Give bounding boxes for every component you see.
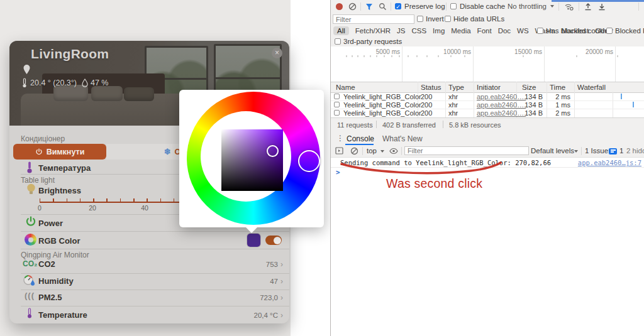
waterfall-bar: [633, 102, 634, 107]
power-row[interactable]: Power: [38, 219, 63, 228]
col-initiator[interactable]: Initiator: [477, 84, 501, 91]
temperature-row[interactable]: Temperature: [38, 310, 87, 320]
request-type: xhr: [448, 93, 458, 100]
bulb-icon: [26, 183, 36, 197]
third-party-label[interactable]: 3rd-party requests: [343, 38, 402, 45]
chevron-down-icon[interactable]: [550, 5, 554, 8]
chip-css[interactable]: CSS: [411, 27, 426, 35]
request-row[interactable]: Yeelink_light_RGB_Color 200 xhr app.eab2…: [331, 109, 644, 117]
request-time: 1 ms: [544, 101, 570, 109]
throttling-select[interactable]: No throttling: [508, 3, 547, 10]
request-size: 134 B: [516, 101, 543, 109]
network-toolbar: Preserve log Disable cache No throttling: [331, 0, 644, 14]
record-button[interactable]: [336, 3, 343, 10]
console-message: Sending command to Yeelink_light_RGB_Col…: [340, 159, 551, 166]
console-filter-input[interactable]: [404, 146, 529, 155]
hide-data-urls-label[interactable]: Hide data URLs: [453, 15, 504, 23]
chip-js[interactable]: JS: [397, 27, 405, 35]
tab-whats-new[interactable]: What's New: [382, 134, 423, 143]
clear-console-icon[interactable]: [350, 147, 358, 155]
requests-count: 11 requests: [337, 121, 373, 129]
rgb-toggle[interactable]: [265, 236, 282, 245]
chip-all[interactable]: All: [333, 26, 349, 35]
row-checkbox[interactable]: [334, 110, 340, 116]
preserve-log-label[interactable]: Preserve log: [404, 3, 445, 10]
waterfall-bar: [621, 94, 622, 99]
chip-fetch-xhr[interactable]: Fetch/XHR: [355, 27, 391, 35]
console-prompt[interactable]: >: [336, 168, 340, 176]
screenshot-root: LivingRoom 20.4 ° (20.3°) 47 % Кондиціон…: [0, 0, 644, 336]
request-row[interactable]: Yeelink_light_RGB_Color 200 xhr app.eab2…: [331, 92, 644, 101]
console-source-link[interactable]: app.eab2460…js:7: [578, 159, 641, 166]
devtools-panel: Preserve log Disable cache No throttling…: [330, 0, 644, 336]
eye-icon[interactable]: [389, 148, 398, 154]
preserve-log-checkbox[interactable]: [395, 3, 401, 9]
disable-cache-label[interactable]: Disable cache: [460, 3, 505, 10]
issues-chat-icon[interactable]: [609, 148, 617, 154]
row-checkbox[interactable]: [334, 94, 340, 99]
filter-funnel-icon[interactable]: [365, 3, 373, 11]
power-icon: [35, 148, 43, 156]
invert-label[interactable]: Invert: [426, 15, 444, 23]
network-conditions-icon[interactable]: [564, 3, 574, 11]
export-har-icon[interactable]: [598, 3, 606, 11]
console-sidebar-icon[interactable]: [335, 147, 343, 154]
clear-icon[interactable]: [348, 3, 357, 11]
network-overview-timeline[interactable]: 5000 ms 10000 ms 15000 ms 20000 ms: [331, 46, 644, 82]
request-name: Yeelink_light_RGB_Color: [343, 93, 421, 100]
network-filter-row: Invert Hide data URLs: [331, 13, 644, 25]
hue-cursor[interactable]: [298, 150, 320, 172]
col-time[interactable]: Time: [550, 84, 565, 91]
chevron-down-icon[interactable]: [380, 150, 384, 153]
humidity-row[interactable]: Humidity: [38, 276, 74, 286]
temperature-value: 20,4 °C: [254, 311, 283, 320]
rgb-color-swatch[interactable]: [247, 234, 260, 247]
col-type[interactable]: Type: [448, 84, 464, 91]
co2-icon: [23, 259, 37, 268]
pm25-row[interactable]: PM2.5: [38, 293, 62, 302]
row-checkbox[interactable]: [334, 102, 340, 107]
room-stats: 20.4 ° (20.3°) 47 %: [21, 78, 108, 88]
network-filter-input[interactable]: [333, 14, 414, 24]
search-icon[interactable]: [379, 3, 387, 11]
kebab-menu-icon[interactable]: [336, 134, 344, 143]
humidity-value: 47: [270, 277, 283, 286]
brightness-row: Brightness: [38, 186, 81, 195]
invert-checkbox[interactable]: [417, 16, 423, 22]
sv-cursor[interactable]: [267, 145, 279, 157]
col-waterfall[interactable]: Waterfall: [577, 84, 606, 91]
hide-data-urls-checkbox[interactable]: [445, 16, 451, 22]
request-row[interactable]: Yeelink_light_RGB_Color 200 xhr app.eab2…: [331, 100, 644, 109]
pm25-value: 723,0: [260, 293, 283, 302]
ac-off-button[interactable]: Вимкнути: [13, 144, 106, 160]
blocked-requests-checkbox[interactable]: [606, 28, 613, 34]
blocked-requests-label[interactable]: Blocked Reque: [615, 27, 644, 35]
close-icon[interactable]: [272, 48, 282, 58]
col-name[interactable]: Name: [336, 84, 355, 91]
col-status[interactable]: Status: [421, 84, 441, 91]
import-har-icon[interactable]: [584, 3, 592, 11]
ac-temperature-row[interactable]: Температура: [38, 163, 91, 173]
chip-media[interactable]: Media: [451, 27, 470, 35]
col-size[interactable]: Size: [522, 84, 536, 91]
chip-ws[interactable]: WS: [517, 27, 529, 35]
saturation-value-square[interactable]: [221, 129, 283, 191]
issues-label[interactable]: 1 Issue:: [585, 147, 610, 154]
third-party-checkbox[interactable]: [335, 38, 341, 45]
chip-img[interactable]: Img: [433, 27, 445, 35]
hidden-messages-label[interactable]: 2 hidden: [626, 147, 644, 154]
issues-count[interactable]: 1: [619, 147, 623, 154]
has-blocked-cookies-label[interactable]: Has blocked cookies: [546, 27, 612, 35]
humidity-reading: 47 %: [91, 79, 109, 87]
levels-select[interactable]: Default levels: [531, 147, 574, 154]
chip-font[interactable]: Font: [477, 27, 492, 35]
has-blocked-cookies-checkbox[interactable]: [537, 28, 543, 34]
chevron-down-icon[interactable]: [574, 150, 578, 153]
timeline-label: 10000 ms: [429, 48, 471, 55]
context-select[interactable]: top: [367, 147, 377, 154]
tab-console[interactable]: Console: [347, 134, 374, 143]
disable-cache-checkbox[interactable]: [450, 3, 457, 9]
chip-doc[interactable]: Doc: [498, 27, 511, 35]
co2-row[interactable]: CO2: [38, 259, 55, 269]
request-size: 134 B: [516, 109, 543, 117]
